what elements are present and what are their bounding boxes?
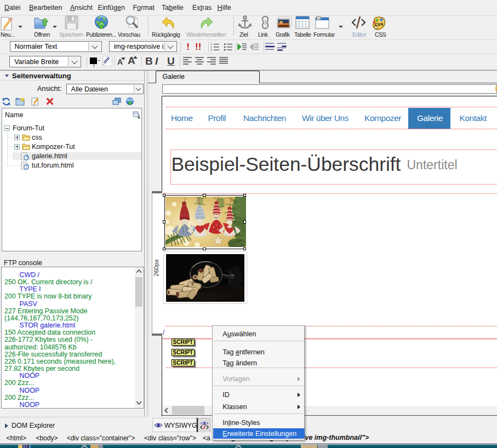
svg-text:3.: 3. bbox=[210, 49, 213, 51]
svg-text:css: css bbox=[374, 20, 384, 27]
